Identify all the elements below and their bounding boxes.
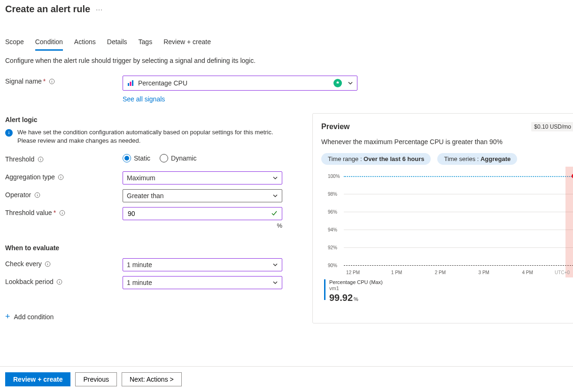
series-line (344, 176, 573, 177)
tab-details[interactable]: Details (107, 38, 127, 50)
x-tick-label: 2 PM (435, 270, 446, 275)
info-icon[interactable] (59, 209, 65, 216)
lookback-period-label: Lookback period (5, 276, 123, 285)
info-icon[interactable] (45, 261, 51, 267)
preview-panel: Preview $0.10 USD/mo Whenever the maximu… (312, 113, 573, 323)
y-tick-label: 90% (328, 263, 337, 268)
chevron-down-icon (272, 175, 278, 181)
info-icon[interactable] (58, 174, 64, 180)
tab-condition[interactable]: Condition (35, 38, 63, 51)
preview-summary: Whenever the maximum Percentage CPU is g… (321, 138, 573, 146)
signal-name-label: Signal name* (5, 76, 123, 85)
preview-chart: 90%92%94%96%98%100%12 PM1 PM2 PM3 PM4 PM… (328, 173, 573, 272)
check-every-select[interactable]: 1 minute (123, 258, 282, 271)
y-tick-label: 92% (328, 245, 337, 250)
svg-point-16 (37, 193, 38, 194)
chevron-down-icon (348, 80, 353, 86)
page-title: Create an alert rule (5, 4, 90, 15)
svg-point-19 (62, 211, 62, 212)
threshold-radio-group: Static Dynamic (123, 154, 196, 162)
threshold-value-input-wrapper (123, 207, 282, 220)
y-tick-label: 96% (328, 209, 337, 215)
x-tick-label: 12 PM (346, 270, 360, 275)
preview-title: Preview (321, 123, 349, 131)
metric-icon (127, 79, 134, 87)
signal-name-value: Percentage CPU (138, 79, 333, 87)
see-all-signals-link[interactable]: See all signals (123, 95, 357, 103)
tab-actions[interactable]: Actions (74, 38, 96, 50)
threshold-value-label: Threshold value* (5, 207, 123, 216)
threshold-label: Threshold (5, 154, 123, 163)
tab-scope[interactable]: Scope (5, 38, 24, 50)
operator-label: Operator (5, 189, 123, 199)
highlight-band (565, 167, 573, 277)
signal-name-select[interactable]: Percentage CPU (123, 76, 357, 91)
tab-tags[interactable]: Tags (139, 38, 153, 50)
svg-point-10 (40, 158, 41, 158)
tab-review-create[interactable]: Review + create (163, 38, 211, 50)
y-tick-label: 98% (328, 192, 337, 197)
previous-button[interactable]: Previous (75, 372, 116, 386)
svg-rect-5 (132, 80, 133, 86)
x-tick-label: UTC+0 (555, 270, 570, 275)
aggregation-type-label: Aggregation type (5, 171, 123, 181)
check-every-label: Check every (5, 258, 123, 268)
time-range-pill[interactable]: Time range : Over the last 6 hours (321, 153, 431, 165)
svg-point-22 (47, 262, 48, 263)
legend-series-name: Percentage CPU (Max) (329, 279, 383, 285)
info-icon[interactable] (37, 156, 44, 162)
x-tick-label: 4 PM (522, 270, 533, 275)
info-icon (5, 129, 13, 137)
threshold-unit: % (123, 222, 282, 229)
legend-color-bar (324, 279, 325, 300)
operator-select[interactable]: Greater than (123, 189, 282, 202)
price-badge: $0.10 USD/mo (531, 122, 573, 131)
threshold-line (344, 265, 573, 266)
svg-rect-3 (128, 83, 129, 86)
chevron-down-icon (272, 280, 278, 285)
lookback-period-select[interactable]: 1 minute (123, 276, 282, 289)
chevron-down-icon (272, 262, 278, 268)
checkmark-icon (271, 209, 278, 218)
verified-icon (333, 79, 342, 87)
svg-rect-7 (8, 132, 9, 134)
x-tick-label: 1 PM (391, 270, 402, 275)
info-icon[interactable] (56, 278, 63, 285)
intro-text: Configure when the alert rule should tri… (5, 57, 573, 64)
info-icon[interactable] (48, 78, 55, 85)
footer: Review + create Previous Next: Actions > (0, 366, 573, 392)
legend-current-value: 99.92% (329, 292, 383, 303)
plus-icon: + (5, 312, 10, 322)
aggregation-type-select[interactable]: Maximum (123, 171, 282, 184)
legend-resource-name: vm1 (329, 285, 383, 292)
review-create-button[interactable]: Review + create (5, 372, 70, 386)
tabs: Scope Condition Actions Details Tags Rev… (0, 38, 573, 50)
threshold-dynamic-radio[interactable]: Dynamic (160, 154, 196, 162)
chevron-down-icon (272, 193, 278, 199)
threshold-value-input[interactable] (127, 209, 258, 218)
info-icon[interactable] (34, 192, 40, 198)
chart-legend: Percentage CPU (Max) vm1 99.92% (324, 279, 573, 303)
svg-point-13 (61, 176, 61, 176)
svg-point-2 (52, 80, 52, 80)
threshold-static-radio[interactable]: Static (123, 154, 150, 162)
y-tick-label: 94% (328, 227, 337, 232)
time-series-pill[interactable]: Time series : Aggregate (437, 153, 517, 165)
more-actions-icon[interactable]: ··· (96, 6, 103, 13)
svg-point-25 (59, 280, 60, 281)
next-button[interactable]: Next: Actions > (122, 372, 182, 386)
x-tick-label: 3 PM (479, 270, 489, 275)
svg-point-6 (8, 131, 9, 132)
svg-rect-4 (130, 82, 132, 86)
y-tick-label: 100% (328, 174, 340, 179)
